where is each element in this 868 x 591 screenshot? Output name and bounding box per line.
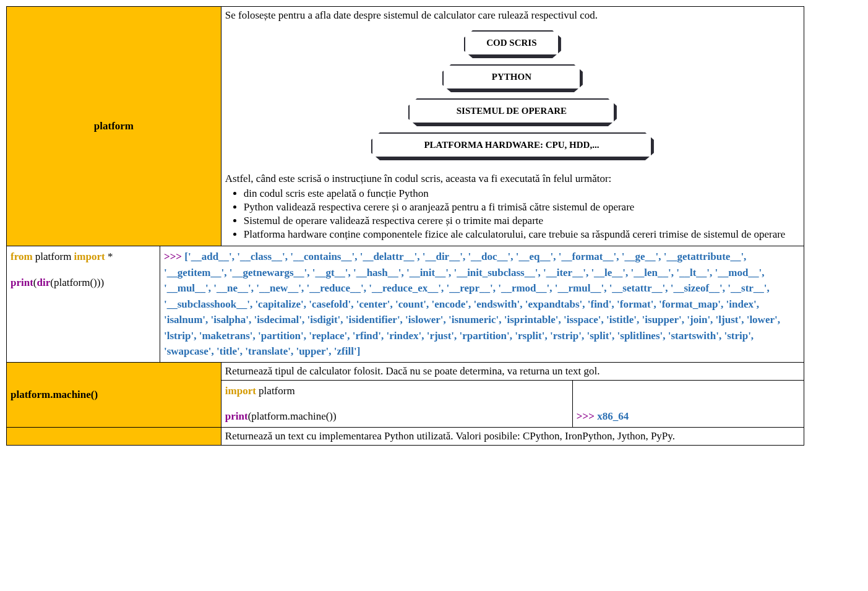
pyramid-tier-1: COD SCRIS xyxy=(464,30,561,58)
bullet-item: din codul scris este apelată o funcție P… xyxy=(244,188,800,200)
repl-output: x86_64 xyxy=(597,410,629,422)
keyword-print: print xyxy=(11,277,33,288)
platform-bullets: din codul scris este apelată o funcție P… xyxy=(244,188,800,241)
output-cell-dir-platform: >>> ['__add__', '__class__', '__contains… xyxy=(160,246,804,363)
section-title-platform: platform xyxy=(7,7,221,246)
keyword-from: from xyxy=(11,251,33,262)
pyramid-tier-2: PYTHON xyxy=(442,64,583,92)
document-table: platform Se folosește pentru a afla date… xyxy=(6,6,804,446)
repl-prompt: >>> xyxy=(577,410,597,422)
keyword-import: import xyxy=(74,251,105,262)
pyramid-tier-3: SISTEMUL DE OPERARE xyxy=(408,98,617,126)
keyword-import: import xyxy=(225,385,256,397)
bullet-item: Platforma hardware conține componentele … xyxy=(244,228,800,241)
section-body-platform: Se folosește pentru a afla date despre s… xyxy=(221,7,804,246)
code-text: platform xyxy=(33,251,74,262)
code-cell-dir-platform: from platform import * print(dir(platfor… xyxy=(7,246,160,363)
code-text: * xyxy=(105,251,113,262)
keyword-print: print xyxy=(225,410,248,422)
bullet-item: Sistemul de operare validează respectiva… xyxy=(244,215,800,227)
code-cell-machine: import platform print(platform.machine()… xyxy=(221,380,572,427)
machine-description: Returnează tipul de calculator folosit. … xyxy=(221,362,804,380)
platform-intro: Se folosește pentru a afla date despre s… xyxy=(225,9,800,22)
repl-prompt: >>> xyxy=(164,251,184,262)
code-text: (platform.machine()) xyxy=(248,410,337,422)
keyword-dir: dir xyxy=(37,277,51,288)
output-cell-machine: >>> x86_64 xyxy=(572,380,804,427)
section-title-machine: platform.machine() xyxy=(7,362,221,427)
section-title-implementation xyxy=(7,427,221,445)
bullet-item: Python validează respectiva cerere și o … xyxy=(244,201,800,214)
platform-explain: Astfel, când este scrisă o instrucțiune … xyxy=(225,173,800,185)
code-text: platform xyxy=(256,385,295,397)
pyramid-tier-4: PLATFORMA HARDWARE: CPU, HDD,... xyxy=(371,132,654,160)
code-text: (platform())) xyxy=(50,277,104,288)
repl-output: ['__add__', '__class__', '__contains__',… xyxy=(164,251,780,357)
pyramid-diagram: COD SCRIS PYTHON SISTEMUL DE OPERARE PLA… xyxy=(225,30,800,160)
implementation-description: Returnează un text cu implementarea Pyth… xyxy=(221,427,804,445)
